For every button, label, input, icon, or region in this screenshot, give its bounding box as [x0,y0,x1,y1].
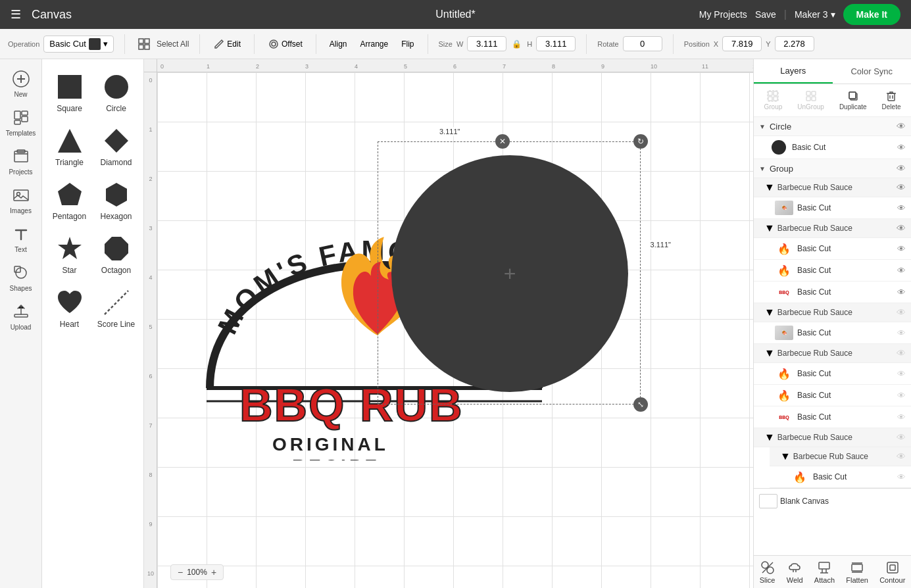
panel-toolbar: Group UnGroup Duplicate Delete [754,84,911,117]
position-y-input[interactable] [775,36,814,51]
zoom-in-button[interactable]: + [210,567,218,577]
tab-layers[interactable]: Layers [754,59,833,84]
circle-plus-icon: + [504,262,516,286]
shape-score-line[interactable]: Score Line [94,285,138,331]
position-x-input[interactable] [722,36,762,51]
menu-icon[interactable]: ☰ [11,7,21,22]
subgroup-2-eye[interactable]: 👁 [897,223,906,233]
nested-subgroup-header[interactable]: ▼ Barbecue Rub Sauce 👁 [770,447,911,466]
subgroup-4-eye[interactable]: 👁 [897,348,906,358]
size-w-input[interactable] [467,36,506,51]
blank-canvas-label: Blank Canvas [780,497,906,506]
svg-rect-64 [806,91,810,95]
group-button[interactable]: Group [760,88,787,112]
subgroup-1-eye[interactable]: 👁 [897,182,906,193]
flip-button[interactable]: Flip [399,37,416,51]
subgroup-1-header[interactable]: ▼ Barbecue Rub Sauce 👁 [754,178,911,197]
make-it-button[interactable]: Make It [843,4,900,25]
svg-rect-13 [14,190,28,201]
subgroup-3-header[interactable]: ▼ Barbecue Rub Sauce 👁 [754,303,911,322]
canvas-grid[interactable]: MOM'S FAMO BBQ RUB ORIGINAL RECIPE [157,72,753,588]
subgroup-4-header[interactable]: ▼ Barbecue Rub Sauce 👁 [754,344,911,363]
svg-rect-2 [139,45,143,49]
shape-pentagon[interactable]: Pentagon [47,178,91,224]
layer-flame-yellow-1[interactable]: 🔥 Basic Cut 👁 [754,238,911,260]
sidebar-item-projects[interactable]: Projects [0,142,41,181]
layer-item-sauce-1[interactable]: 🍖 Basic Cut 👁 [754,197,911,219]
circle-layer-eye[interactable]: 👁 [897,143,906,153]
rotate-label: Rotate [597,40,618,48]
svg-rect-10 [14,120,20,124]
circle-layer-item[interactable]: Basic Cut 👁 [754,136,911,159]
select-all-button[interactable] [135,36,153,53]
layer-text-logo-1[interactable]: BBQ Basic Cut 👁 [754,282,911,303]
shape-circle[interactable]: Circle [94,70,138,116]
svg-rect-60 [774,91,777,95]
tab-color-sync[interactable]: Color Sync [833,59,912,84]
subgroup-5-header[interactable]: ▼ Barbecue Rub Sauce 👁 [754,428,911,447]
sidebar-item-new[interactable]: New [0,64,41,103]
layer-flame-red-1[interactable]: 🔥 Basic Cut 👁 [754,260,911,282]
maker-selector[interactable]: Maker 3 ▾ [795,9,835,20]
contour-button[interactable]: Contour [874,558,910,587]
circle-selection-container[interactable]: 3.111" 3.111" ✕ ↻ 🔒 ⤡ + [378,141,641,404]
layer-sauce-2[interactable]: 🍖 Basic Cut 👁 [754,322,911,344]
shape-diamond[interactable]: Diamond [94,124,138,170]
ungroup-button[interactable]: UnGroup [793,88,828,112]
group-eye-icon[interactable]: 👁 [897,163,906,174]
zoom-out-button[interactable]: − [176,567,184,577]
subgroup-3-eye[interactable]: 👁 [897,307,906,318]
panel-tabs: Layers Color Sync [754,59,911,84]
shape-heart[interactable]: Heart [47,285,91,331]
shape-octagon[interactable]: Octagon [94,232,138,278]
flatten-button[interactable]: Flatten [841,558,874,587]
shape-hexagon[interactable]: Hexagon [94,178,138,224]
svg-text:7: 7 [149,422,152,429]
save-button[interactable]: Save [755,9,776,20]
operation-select[interactable]: Basic Cut ▾ [43,36,114,53]
dimension-height: 3.111" [648,240,674,249]
sidebar-item-shapes[interactable]: Shapes [0,258,41,297]
layer-flame-yellow-3[interactable]: 🔥 Basic Cut 👁 [770,466,911,488]
subgroup-5-eye[interactable]: 👁 [897,432,906,443]
circle-section-header[interactable]: ▼ Circle 👁 [754,117,911,136]
close-handle[interactable]: ✕ [495,134,510,149]
layer-text-logo-2[interactable]: BBQ Basic Cut 👁 [754,406,911,428]
rotate-handle[interactable]: ↻ [633,134,648,149]
size-h-input[interactable] [536,36,576,51]
nested-subgroup-eye[interactable]: 👁 [897,451,906,462]
sidebar-item-text[interactable]: Text [0,220,41,258]
shape-triangle[interactable]: Triangle [47,124,91,170]
svg-text:3: 3 [305,63,308,70]
delete-button[interactable]: Delete [878,88,905,112]
align-button[interactable]: Align [327,37,350,51]
resize-handle[interactable]: ⤡ [633,397,648,412]
subgroup-2-header[interactable]: ▼ Barbecue Rub Sauce 👁 [754,219,911,238]
layer-flame-red-2[interactable]: 🔥 Basic Cut 👁 [754,385,911,406]
offset-button[interactable]: Offset [265,36,305,53]
edit-button[interactable]: Edit [210,36,243,53]
layer-flame-yellow-2[interactable]: 🔥 Basic Cut 👁 [754,363,911,385]
shape-square[interactable]: Square [47,70,91,116]
svg-text:1: 1 [149,126,152,133]
svg-text:9: 9 [149,521,152,527]
canvas-area[interactable]: 0 1 2 3 4 5 6 7 8 9 10 11 12 13 14 [144,59,753,588]
rotate-input[interactable] [623,36,662,51]
weld-button[interactable]: Weld [781,558,808,587]
svg-marker-25 [105,237,128,260]
sidebar-item-templates[interactable]: Templates [0,103,41,142]
circle-eye-icon[interactable]: 👁 [897,121,906,132]
my-projects-link[interactable]: My Projects [699,9,747,20]
slice-button[interactable]: Slice [754,558,781,587]
shape-star[interactable]: Star [47,232,91,278]
attach-button[interactable]: Attach [809,558,840,587]
svg-point-15 [16,268,26,278]
sidebar-item-upload[interactable]: Upload [0,297,41,336]
sidebar-item-images[interactable]: Images [0,181,41,220]
svg-point-5 [272,42,276,46]
divider4 [316,34,316,54]
lock-icon[interactable]: 🔒 [512,39,522,49]
duplicate-button[interactable]: Duplicate [835,88,871,112]
arrange-button[interactable]: Arrange [357,37,391,51]
group-section-header[interactable]: ▼ Group 👁 [754,159,911,178]
